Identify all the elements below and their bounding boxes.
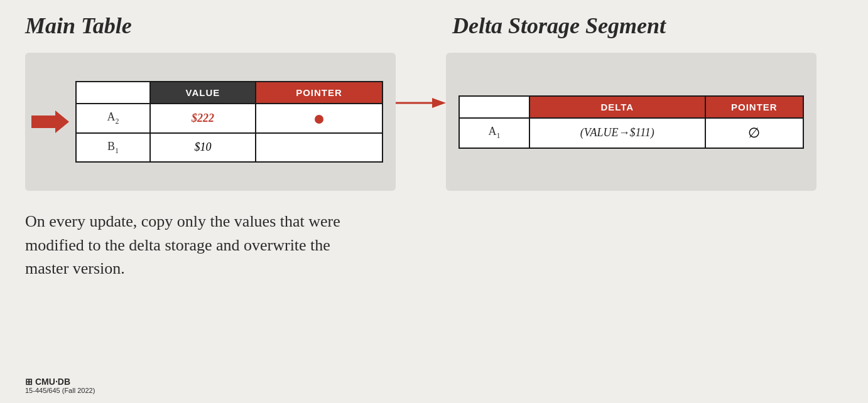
delta-table: DELTA POINTER A1 (VALUE→$111) ∅ xyxy=(458,95,804,149)
delta-value-a1: (VALUE→$111) xyxy=(529,118,705,148)
diagrams-row: VALUE POINTER A2 $222 B1 $10 xyxy=(25,53,843,191)
main-pointer-header: POINTER xyxy=(256,82,382,104)
main-table-row-b1: B1 $10 xyxy=(76,133,382,163)
main-table-title: Main Table xyxy=(25,13,415,39)
delta-key-a1: A1 xyxy=(459,118,529,148)
pointer-dot xyxy=(315,115,323,124)
delta-pointer-header: POINTER xyxy=(705,96,803,118)
main-table-row-a2: A2 $222 xyxy=(76,104,382,133)
delta-table-row-a1: A1 (VALUE→$111) ∅ xyxy=(459,118,803,148)
left-arrow xyxy=(31,110,69,133)
footer-course: 15-445/645 (Fall 2022) xyxy=(25,387,95,394)
delta-storage-box: DELTA POINTER A1 (VALUE→$111) ∅ xyxy=(446,53,816,191)
logo-icon: ⊞ xyxy=(25,377,33,387)
titles-row: Main Table Delta Storage Segment xyxy=(25,13,843,46)
delta-header: DELTA xyxy=(529,96,705,118)
main-key-a2: A2 xyxy=(76,104,150,133)
svg-marker-0 xyxy=(31,110,69,133)
main-value-header: VALUE xyxy=(150,82,256,104)
footer: ⊞ CMU·DB 15-445/645 (Fall 2022) xyxy=(25,377,95,394)
main-pointer-b1 xyxy=(256,133,382,163)
main-key-b1: B1 xyxy=(76,133,150,163)
main-table-title-area: Main Table xyxy=(25,13,415,46)
main-table-box: VALUE POINTER A2 $222 B1 $10 xyxy=(25,53,396,191)
svg-marker-2 xyxy=(432,98,446,108)
delta-storage-title: Delta Storage Segment xyxy=(452,13,842,39)
footer-logo: ⊞ CMU·DB xyxy=(25,377,95,387)
main-pointer-a2 xyxy=(256,104,382,133)
main-table: VALUE POINTER A2 $222 B1 $10 xyxy=(75,81,383,163)
delta-title-area: Delta Storage Segment xyxy=(452,13,842,46)
connector-arrow xyxy=(396,90,446,116)
main-value-b1: $10 xyxy=(150,133,256,163)
main-value-a2: $222 xyxy=(150,104,256,133)
delta-pointer-a1: ∅ xyxy=(705,118,803,148)
logo-text: CMU·DB xyxy=(35,377,70,387)
slide: Main Table Delta Storage Segment VALUE xyxy=(0,0,868,403)
description-text: On every update, copy only the values th… xyxy=(25,210,352,281)
